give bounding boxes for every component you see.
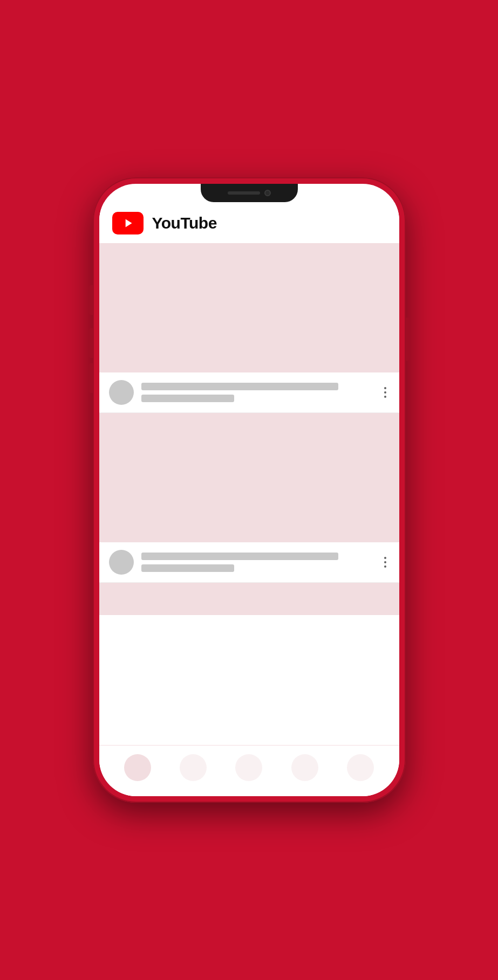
app-header: YouTube xyxy=(99,202,399,243)
app-content: YouTube xyxy=(99,184,399,796)
app-title: YouTube xyxy=(152,214,217,232)
more-options-button-2[interactable] xyxy=(381,554,390,571)
more-options-button-1[interactable] xyxy=(381,384,390,401)
nav-subscriptions-icon[interactable] xyxy=(291,754,318,781)
video-title-bar-1-long xyxy=(141,383,339,390)
youtube-logo-icon xyxy=(112,212,144,234)
video-meta-1 xyxy=(141,383,373,402)
avatar-2 xyxy=(109,550,134,575)
video-feed[interactable] xyxy=(99,243,399,745)
nav-library-icon[interactable] xyxy=(347,754,374,781)
bottom-navigation xyxy=(99,745,399,796)
speaker xyxy=(228,191,260,195)
nav-home-icon[interactable] xyxy=(124,754,151,781)
nav-explore-icon[interactable] xyxy=(180,754,207,781)
video-meta-2 xyxy=(141,553,373,572)
phone-screen: YouTube xyxy=(99,184,399,796)
notch xyxy=(201,184,298,202)
phone-frame: YouTube xyxy=(93,177,406,803)
play-icon xyxy=(121,216,135,230)
camera xyxy=(264,190,271,196)
video-info-2 xyxy=(99,542,399,582)
video-thumbnail-1[interactable] xyxy=(99,243,399,372)
video-title-bar-1-short xyxy=(141,395,234,402)
avatar-1 xyxy=(109,380,134,405)
video-info-1 xyxy=(99,372,399,412)
nav-add-icon[interactable] xyxy=(235,754,262,781)
video-title-bar-2-short xyxy=(141,564,234,572)
video-thumbnail-3[interactable] xyxy=(99,583,399,615)
video-title-bar-2-long xyxy=(141,553,339,560)
video-thumbnail-2[interactable] xyxy=(99,413,399,542)
